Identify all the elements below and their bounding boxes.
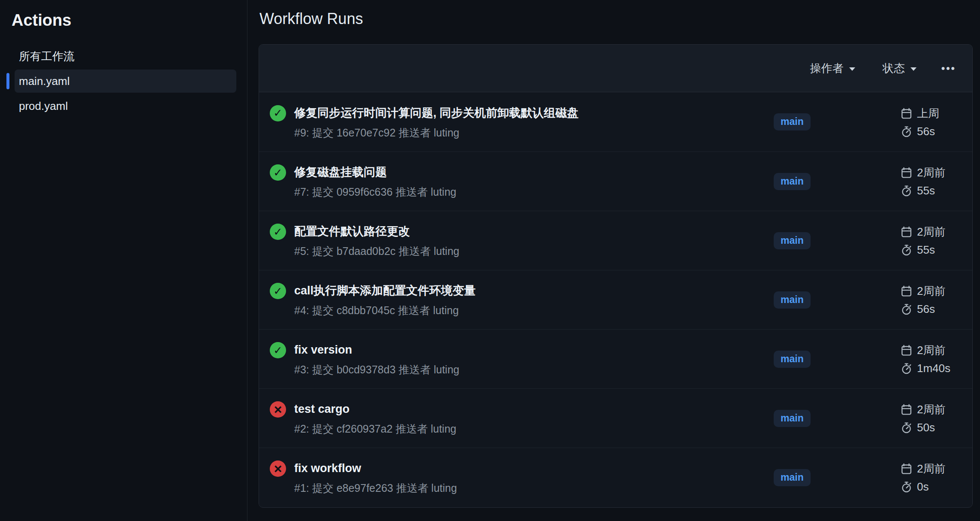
run-date-line: 2周前 bbox=[900, 402, 965, 417]
actor-filter-dropdown[interactable]: 操作者 bbox=[810, 61, 855, 76]
stopwatch-icon bbox=[900, 362, 913, 375]
sidebar: Actions 所有工作流 main.yaml prod.yaml bbox=[0, 0, 247, 521]
status-filter-label: 状态 bbox=[883, 61, 905, 76]
branch-column: main bbox=[764, 291, 892, 309]
check-circle-icon bbox=[270, 164, 286, 181]
workflow-run-row[interactable]: 配置文件默认路径更改 #5: 提交 b7daad0b2c 推送者 luting … bbox=[259, 211, 972, 270]
chevron-down-icon bbox=[849, 67, 855, 71]
stopwatch-icon bbox=[900, 303, 913, 315]
branch-column: main bbox=[764, 469, 892, 486]
branch-badge[interactable]: main bbox=[774, 469, 811, 486]
stopwatch-icon bbox=[900, 244, 913, 256]
sidebar-item-label: main.yaml bbox=[19, 75, 69, 88]
run-date: 2周前 bbox=[917, 461, 945, 476]
x-circle-icon bbox=[270, 401, 286, 418]
stopwatch-icon bbox=[900, 421, 913, 434]
main-content: Workflow Runs 操作者 状态 ••• 修复同步运行时间计算问题, 同… bbox=[247, 0, 980, 521]
run-subtitle: #4: 提交 c8dbb7045c 推送者 luting bbox=[294, 304, 476, 317]
workflow-run-row[interactable]: test cargo #2: 提交 cf260937a2 推送者 luting … bbox=[259, 388, 972, 448]
run-info: call执行脚本添加配置文件环境变量 #4: 提交 c8dbb7045c 推送者… bbox=[270, 283, 764, 317]
branch-badge[interactable]: main bbox=[774, 351, 811, 368]
run-duration-line: 1m40s bbox=[900, 362, 965, 375]
run-text: test cargo #2: 提交 cf260937a2 推送者 luting bbox=[294, 401, 456, 435]
branch-badge[interactable]: main bbox=[774, 113, 811, 130]
run-title[interactable]: fix workflow bbox=[294, 460, 457, 476]
run-date-line: 2周前 bbox=[900, 461, 965, 476]
run-text: 配置文件默认路径更改 #5: 提交 b7daad0b2c 推送者 luting bbox=[294, 224, 459, 257]
run-info: 配置文件默认路径更改 #5: 提交 b7daad0b2c 推送者 luting bbox=[270, 224, 764, 257]
workflow-run-row[interactable]: call执行脚本添加配置文件环境变量 #4: 提交 c8dbb7045c 推送者… bbox=[259, 270, 972, 329]
run-subtitle: #7: 提交 0959f6c636 推送者 luting bbox=[294, 185, 456, 198]
branch-column: main bbox=[764, 232, 892, 249]
run-meta: 2周前 55s bbox=[892, 224, 965, 257]
run-date-line: 2周前 bbox=[900, 165, 965, 180]
calendar-icon bbox=[900, 226, 913, 238]
run-meta: 上周 56s bbox=[892, 106, 965, 138]
run-meta: 2周前 1m40s bbox=[892, 343, 965, 375]
branch-badge[interactable]: main bbox=[774, 291, 811, 309]
run-info: 修复同步运行时间计算问题, 同步关机前卸载默认组磁盘 #9: 提交 16e70e… bbox=[270, 105, 764, 139]
run-text: fix workflow #1: 提交 e8e97fe263 推送者 lutin… bbox=[294, 460, 457, 494]
run-duration: 1m40s bbox=[917, 362, 950, 375]
branch-badge[interactable]: main bbox=[774, 232, 811, 249]
branch-column: main bbox=[764, 351, 892, 368]
workflow-run-row[interactable]: 修复同步运行时间计算问题, 同步关机前卸载默认组磁盘 #9: 提交 16e70e… bbox=[259, 92, 972, 151]
run-duration-line: 55s bbox=[900, 184, 965, 197]
run-date: 2周前 bbox=[917, 343, 945, 358]
run-info: test cargo #2: 提交 cf260937a2 推送者 luting bbox=[270, 401, 764, 435]
run-date-line: 上周 bbox=[900, 106, 965, 121]
run-title[interactable]: 修复同步运行时间计算问题, 同步关机前卸载默认组磁盘 bbox=[294, 105, 579, 121]
calendar-icon bbox=[900, 285, 913, 297]
run-list: 修复同步运行时间计算问题, 同步关机前卸载默认组磁盘 #9: 提交 16e70e… bbox=[259, 92, 972, 507]
active-indicator bbox=[6, 73, 9, 89]
page-title: Workflow Runs bbox=[259, 9, 973, 28]
run-info: fix workflow #1: 提交 e8e97fe263 推送者 lutin… bbox=[270, 460, 764, 494]
run-subtitle: #5: 提交 b7daad0b2c 推送者 luting bbox=[294, 245, 459, 257]
run-date-line: 2周前 bbox=[900, 284, 965, 299]
run-duration-line: 55s bbox=[900, 243, 965, 257]
run-meta: 2周前 56s bbox=[892, 284, 965, 316]
run-title[interactable]: test cargo bbox=[294, 401, 456, 417]
run-info: fix version #3: 提交 b0cd9378d3 推送者 luting bbox=[270, 342, 764, 376]
check-circle-icon bbox=[270, 283, 286, 299]
card-toolbar: 操作者 状态 ••• bbox=[259, 45, 972, 92]
sidebar-item-prod-yaml[interactable]: prod.yaml bbox=[15, 94, 236, 118]
run-title[interactable]: 修复磁盘挂载问题 bbox=[294, 164, 456, 180]
workflow-list: 所有工作流 main.yaml prod.yaml bbox=[15, 45, 236, 118]
run-text: 修复磁盘挂载问题 #7: 提交 0959f6c636 推送者 luting bbox=[294, 164, 456, 198]
run-duration: 56s bbox=[917, 303, 935, 316]
kebab-horizontal-icon: ••• bbox=[941, 62, 956, 74]
branch-badge[interactable]: main bbox=[774, 173, 811, 190]
x-circle-icon bbox=[270, 460, 286, 477]
run-date-line: 2周前 bbox=[900, 343, 965, 358]
run-title[interactable]: call执行脚本添加配置文件环境变量 bbox=[294, 283, 476, 298]
stopwatch-icon bbox=[900, 481, 913, 493]
run-text: call执行脚本添加配置文件环境变量 #4: 提交 c8dbb7045c 推送者… bbox=[294, 283, 476, 317]
branch-badge[interactable]: main bbox=[774, 410, 811, 427]
run-title[interactable]: 配置文件默认路径更改 bbox=[294, 224, 459, 239]
check-circle-icon bbox=[270, 105, 286, 121]
run-text: 修复同步运行时间计算问题, 同步关机前卸载默认组磁盘 #9: 提交 16e70e… bbox=[294, 105, 579, 139]
more-options-button[interactable]: ••• bbox=[941, 63, 956, 73]
run-duration: 55s bbox=[917, 184, 935, 197]
run-meta: 2周前 0s bbox=[892, 461, 965, 494]
status-filter-dropdown[interactable]: 状态 bbox=[883, 61, 917, 76]
workflow-runs-card: 操作者 状态 ••• 修复同步运行时间计算问题, 同步关机前卸载默认组磁盘 #9… bbox=[259, 44, 973, 508]
sidebar-title: Actions bbox=[12, 10, 236, 30]
calendar-icon bbox=[900, 167, 913, 179]
workflow-run-row[interactable]: 修复磁盘挂载问题 #7: 提交 0959f6c636 推送者 luting ma… bbox=[259, 151, 972, 211]
check-circle-icon bbox=[270, 342, 286, 358]
sidebar-item--[interactable]: 所有工作流 bbox=[15, 45, 236, 68]
run-subtitle: #9: 提交 16e70e7c92 推送者 luting bbox=[294, 126, 579, 139]
run-duration-line: 56s bbox=[900, 125, 965, 138]
chevron-down-icon bbox=[911, 67, 917, 71]
run-duration-line: 56s bbox=[900, 303, 965, 316]
run-subtitle: #2: 提交 cf260937a2 推送者 luting bbox=[294, 422, 456, 435]
calendar-icon bbox=[900, 463, 913, 475]
sidebar-item-label: prod.yaml bbox=[19, 100, 68, 113]
run-title[interactable]: fix version bbox=[294, 342, 459, 357]
workflow-run-row[interactable]: fix workflow #1: 提交 e8e97fe263 推送者 lutin… bbox=[259, 448, 972, 507]
workflow-run-row[interactable]: fix version #3: 提交 b0cd9378d3 推送者 luting… bbox=[259, 329, 972, 388]
sidebar-item-main-yaml[interactable]: main.yaml bbox=[15, 70, 236, 93]
run-meta: 2周前 50s bbox=[892, 402, 965, 434]
